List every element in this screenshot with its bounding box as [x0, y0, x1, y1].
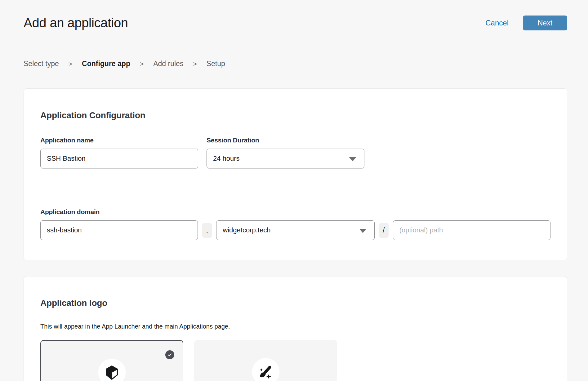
logo-card-description: This will appear in the App Launcher and…	[40, 323, 550, 330]
chevron-down-icon	[359, 229, 366, 233]
next-button[interactable]: Next	[523, 16, 567, 30]
name-duration-row: Application name Session Duration 24 hou…	[40, 137, 550, 168]
slash-separator: /	[379, 223, 389, 238]
dot-separator: .	[202, 223, 212, 238]
check-icon	[167, 352, 172, 357]
application-name-label: Application name	[40, 137, 198, 144]
application-domain-block: Application domain . widgetcorp.tech /	[40, 208, 550, 240]
step-select-type[interactable]: Select type	[24, 60, 59, 68]
breadcrumb-separator: >	[69, 60, 72, 68]
page: Add an application Cancel Next Select ty…	[0, 0, 588, 381]
application-configuration-card: Application Configuration Application na…	[24, 88, 567, 260]
breadcrumb-separator: >	[193, 60, 197, 68]
chevron-down-icon	[349, 157, 356, 161]
paintbrush-icon	[258, 364, 274, 380]
cube-icon	[104, 365, 120, 380]
session-duration-value: 24 hours	[213, 155, 240, 163]
logo-option-default[interactable]	[40, 340, 183, 381]
logo-card-title: Application logo	[40, 298, 550, 308]
header-actions: Cancel Next	[485, 16, 567, 30]
application-name-input[interactable]	[40, 149, 198, 168]
step-add-rules[interactable]: Add rules	[153, 60, 183, 68]
breadcrumb: Select type > Configure app > Add rules …	[24, 60, 567, 68]
step-setup[interactable]: Setup	[207, 60, 225, 68]
breadcrumb-separator: >	[140, 60, 144, 68]
default-logo-circle	[98, 359, 126, 381]
domain-select[interactable]: widgetcorp.tech	[216, 220, 374, 240]
step-configure-app[interactable]: Configure app	[82, 60, 130, 68]
session-duration-select[interactable]: 24 hours	[207, 149, 364, 168]
domain-select-value: widgetcorp.tech	[223, 226, 270, 234]
session-duration-label: Session Duration	[207, 137, 364, 144]
application-domain-row: . widgetcorp.tech /	[40, 220, 550, 240]
custom-logo-circle	[252, 358, 279, 381]
cancel-button[interactable]: Cancel	[485, 19, 509, 27]
logo-options-row	[40, 340, 550, 381]
page-title: Add an application	[24, 16, 128, 30]
selected-check-badge	[165, 350, 174, 359]
subdomain-input[interactable]	[40, 220, 198, 240]
application-name-field-group: Application name	[40, 137, 198, 168]
application-logo-card: Application logo This will appear in the…	[24, 276, 567, 381]
session-duration-field-group: Session Duration 24 hours	[207, 137, 364, 168]
page-header: Add an application Cancel Next	[24, 16, 567, 30]
logo-option-custom[interactable]	[194, 340, 337, 381]
application-domain-label: Application domain	[40, 208, 550, 216]
path-input[interactable]	[393, 220, 550, 240]
config-card-title: Application Configuration	[40, 110, 550, 120]
